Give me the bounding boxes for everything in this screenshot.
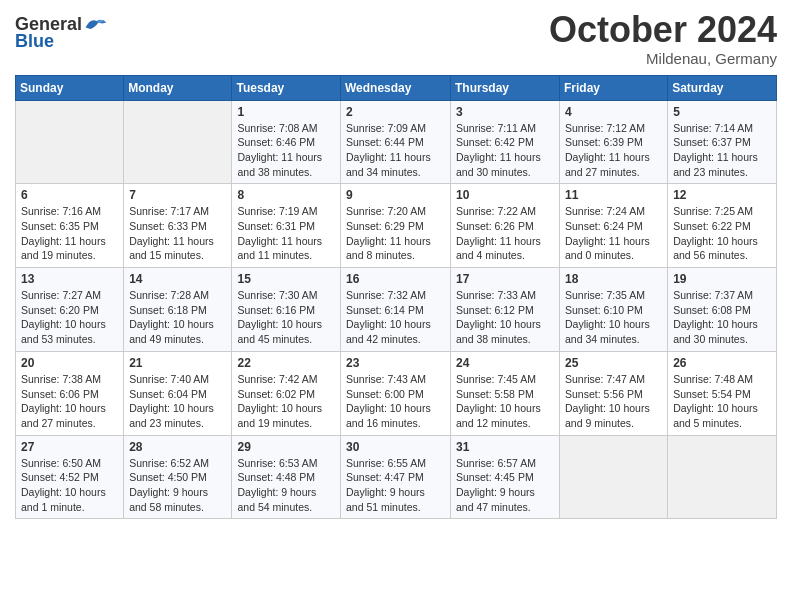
calendar-cell: 21Sunrise: 7:40 AMSunset: 6:04 PMDayligh…	[124, 351, 232, 435]
day-content: Sunrise: 7:32 AMSunset: 6:14 PMDaylight:…	[346, 288, 445, 347]
day-number: 22	[237, 356, 335, 370]
day-content: Sunrise: 6:52 AMSunset: 4:50 PMDaylight:…	[129, 456, 226, 515]
calendar-cell: 16Sunrise: 7:32 AMSunset: 6:14 PMDayligh…	[341, 268, 451, 352]
weekday-header-thursday: Thursday	[451, 75, 560, 100]
day-content: Sunrise: 6:55 AMSunset: 4:47 PMDaylight:…	[346, 456, 445, 515]
calendar-cell: 8Sunrise: 7:19 AMSunset: 6:31 PMDaylight…	[232, 184, 341, 268]
day-content: Sunrise: 7:17 AMSunset: 6:33 PMDaylight:…	[129, 204, 226, 263]
calendar-cell: 12Sunrise: 7:25 AMSunset: 6:22 PMDayligh…	[668, 184, 777, 268]
weekday-header-tuesday: Tuesday	[232, 75, 341, 100]
day-content: Sunrise: 7:14 AMSunset: 6:37 PMDaylight:…	[673, 121, 771, 180]
calendar-cell: 22Sunrise: 7:42 AMSunset: 6:02 PMDayligh…	[232, 351, 341, 435]
day-number: 13	[21, 272, 118, 286]
logo: General Blue	[15, 10, 108, 52]
day-number: 11	[565, 188, 662, 202]
day-content: Sunrise: 7:33 AMSunset: 6:12 PMDaylight:…	[456, 288, 554, 347]
calendar-cell	[560, 435, 668, 519]
calendar-cell: 29Sunrise: 6:53 AMSunset: 4:48 PMDayligh…	[232, 435, 341, 519]
calendar-cell: 15Sunrise: 7:30 AMSunset: 6:16 PMDayligh…	[232, 268, 341, 352]
calendar-cell: 30Sunrise: 6:55 AMSunset: 4:47 PMDayligh…	[341, 435, 451, 519]
day-content: Sunrise: 7:09 AMSunset: 6:44 PMDaylight:…	[346, 121, 445, 180]
day-number: 6	[21, 188, 118, 202]
day-content: Sunrise: 7:30 AMSunset: 6:16 PMDaylight:…	[237, 288, 335, 347]
weekday-header-sunday: Sunday	[16, 75, 124, 100]
calendar-cell: 18Sunrise: 7:35 AMSunset: 6:10 PMDayligh…	[560, 268, 668, 352]
day-number: 2	[346, 105, 445, 119]
day-number: 7	[129, 188, 226, 202]
day-content: Sunrise: 7:48 AMSunset: 5:54 PMDaylight:…	[673, 372, 771, 431]
day-content: Sunrise: 7:37 AMSunset: 6:08 PMDaylight:…	[673, 288, 771, 347]
calendar-cell: 26Sunrise: 7:48 AMSunset: 5:54 PMDayligh…	[668, 351, 777, 435]
day-content: Sunrise: 7:08 AMSunset: 6:46 PMDaylight:…	[237, 121, 335, 180]
day-content: Sunrise: 7:16 AMSunset: 6:35 PMDaylight:…	[21, 204, 118, 263]
calendar-cell: 27Sunrise: 6:50 AMSunset: 4:52 PMDayligh…	[16, 435, 124, 519]
day-content: Sunrise: 6:57 AMSunset: 4:45 PMDaylight:…	[456, 456, 554, 515]
calendar-week-2: 6Sunrise: 7:16 AMSunset: 6:35 PMDaylight…	[16, 184, 777, 268]
calendar-week-5: 27Sunrise: 6:50 AMSunset: 4:52 PMDayligh…	[16, 435, 777, 519]
logo-bird-icon	[84, 16, 108, 34]
weekday-header-monday: Monday	[124, 75, 232, 100]
day-number: 4	[565, 105, 662, 119]
calendar-cell: 4Sunrise: 7:12 AMSunset: 6:39 PMDaylight…	[560, 100, 668, 184]
day-number: 1	[237, 105, 335, 119]
day-number: 26	[673, 356, 771, 370]
weekday-header-row: SundayMondayTuesdayWednesdayThursdayFrid…	[16, 75, 777, 100]
page: General Blue October 2024 Mildenau, Germ…	[0, 0, 792, 534]
calendar-cell: 25Sunrise: 7:47 AMSunset: 5:56 PMDayligh…	[560, 351, 668, 435]
subtitle: Mildenau, Germany	[549, 50, 777, 67]
calendar-cell: 13Sunrise: 7:27 AMSunset: 6:20 PMDayligh…	[16, 268, 124, 352]
day-number: 25	[565, 356, 662, 370]
day-content: Sunrise: 7:27 AMSunset: 6:20 PMDaylight:…	[21, 288, 118, 347]
calendar-cell: 5Sunrise: 7:14 AMSunset: 6:37 PMDaylight…	[668, 100, 777, 184]
calendar-cell: 14Sunrise: 7:28 AMSunset: 6:18 PMDayligh…	[124, 268, 232, 352]
calendar-cell: 11Sunrise: 7:24 AMSunset: 6:24 PMDayligh…	[560, 184, 668, 268]
weekday-header-wednesday: Wednesday	[341, 75, 451, 100]
day-number: 3	[456, 105, 554, 119]
day-content: Sunrise: 7:11 AMSunset: 6:42 PMDaylight:…	[456, 121, 554, 180]
day-number: 21	[129, 356, 226, 370]
day-content: Sunrise: 7:24 AMSunset: 6:24 PMDaylight:…	[565, 204, 662, 263]
calendar-cell: 24Sunrise: 7:45 AMSunset: 5:58 PMDayligh…	[451, 351, 560, 435]
calendar-cell	[124, 100, 232, 184]
day-number: 19	[673, 272, 771, 286]
calendar-cell: 9Sunrise: 7:20 AMSunset: 6:29 PMDaylight…	[341, 184, 451, 268]
day-number: 18	[565, 272, 662, 286]
day-number: 9	[346, 188, 445, 202]
day-content: Sunrise: 7:12 AMSunset: 6:39 PMDaylight:…	[565, 121, 662, 180]
day-content: Sunrise: 7:25 AMSunset: 6:22 PMDaylight:…	[673, 204, 771, 263]
day-number: 17	[456, 272, 554, 286]
month-title: October 2024	[549, 10, 777, 50]
calendar-cell: 2Sunrise: 7:09 AMSunset: 6:44 PMDaylight…	[341, 100, 451, 184]
day-content: Sunrise: 7:42 AMSunset: 6:02 PMDaylight:…	[237, 372, 335, 431]
title-area: October 2024 Mildenau, Germany	[549, 10, 777, 67]
calendar-week-1: 1Sunrise: 7:08 AMSunset: 6:46 PMDaylight…	[16, 100, 777, 184]
calendar-cell: 1Sunrise: 7:08 AMSunset: 6:46 PMDaylight…	[232, 100, 341, 184]
calendar-cell	[668, 435, 777, 519]
day-content: Sunrise: 7:40 AMSunset: 6:04 PMDaylight:…	[129, 372, 226, 431]
calendar-week-3: 13Sunrise: 7:27 AMSunset: 6:20 PMDayligh…	[16, 268, 777, 352]
calendar-week-4: 20Sunrise: 7:38 AMSunset: 6:06 PMDayligh…	[16, 351, 777, 435]
calendar-cell: 3Sunrise: 7:11 AMSunset: 6:42 PMDaylight…	[451, 100, 560, 184]
calendar-cell: 7Sunrise: 7:17 AMSunset: 6:33 PMDaylight…	[124, 184, 232, 268]
weekday-header-saturday: Saturday	[668, 75, 777, 100]
day-content: Sunrise: 7:45 AMSunset: 5:58 PMDaylight:…	[456, 372, 554, 431]
day-number: 20	[21, 356, 118, 370]
header: General Blue October 2024 Mildenau, Germ…	[15, 10, 777, 67]
day-content: Sunrise: 7:38 AMSunset: 6:06 PMDaylight:…	[21, 372, 118, 431]
day-number: 28	[129, 440, 226, 454]
day-number: 23	[346, 356, 445, 370]
day-number: 29	[237, 440, 335, 454]
weekday-header-friday: Friday	[560, 75, 668, 100]
day-content: Sunrise: 7:35 AMSunset: 6:10 PMDaylight:…	[565, 288, 662, 347]
day-number: 30	[346, 440, 445, 454]
day-content: Sunrise: 7:20 AMSunset: 6:29 PMDaylight:…	[346, 204, 445, 263]
calendar-cell: 6Sunrise: 7:16 AMSunset: 6:35 PMDaylight…	[16, 184, 124, 268]
day-number: 24	[456, 356, 554, 370]
calendar-cell: 31Sunrise: 6:57 AMSunset: 4:45 PMDayligh…	[451, 435, 560, 519]
calendar-cell: 23Sunrise: 7:43 AMSunset: 6:00 PMDayligh…	[341, 351, 451, 435]
calendar-cell: 10Sunrise: 7:22 AMSunset: 6:26 PMDayligh…	[451, 184, 560, 268]
calendar-cell: 17Sunrise: 7:33 AMSunset: 6:12 PMDayligh…	[451, 268, 560, 352]
day-content: Sunrise: 7:19 AMSunset: 6:31 PMDaylight:…	[237, 204, 335, 263]
calendar-table: SundayMondayTuesdayWednesdayThursdayFrid…	[15, 75, 777, 520]
day-number: 5	[673, 105, 771, 119]
